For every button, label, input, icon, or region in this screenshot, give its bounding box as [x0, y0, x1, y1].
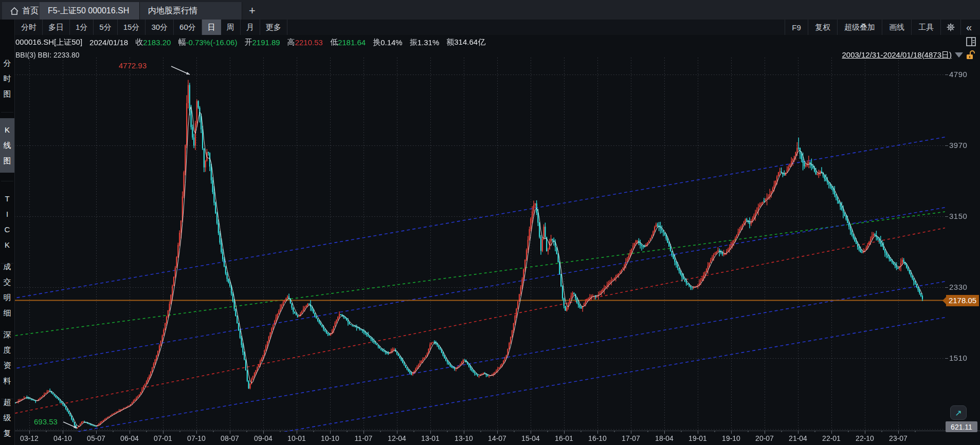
x-axis-label: 19-10 [719, 434, 743, 442]
x-axis-label: 09-04 [251, 434, 275, 442]
layout-panel-icon[interactable] [966, 37, 976, 48]
sidebar-item-成交明细[interactable]: 成 交 明 细 [0, 259, 14, 321]
quote-field-振: 振1.31% [410, 38, 440, 47]
field-label: 换 [373, 38, 380, 47]
tool-工具[interactable]: 工具 [911, 20, 940, 35]
tab-stock[interactable]: F5-上证50 000016.SH [40, 2, 140, 20]
sidebar-item-深度资料[interactable]: 深 度 资 料 [0, 327, 14, 388]
x-axis-label: 10-01 [285, 434, 308, 442]
peak-price-label: 4772.93 [119, 61, 147, 70]
field-value: 0.14% [380, 38, 403, 47]
x-axis-label: 20-07 [753, 434, 776, 442]
sidebar-item-TICK[interactable]: T I C K [0, 191, 14, 253]
x-axis-label: 13-01 [419, 434, 442, 442]
tool-F9[interactable]: F9 [785, 20, 808, 35]
quote-field-高: 高2210.53 [287, 38, 323, 47]
symbol-name: 000016.SH[上证50] [15, 38, 82, 47]
trading-terminal: 首页 F5-上证50 000016.SH 内地股票行情 + 分时多日1分5分15… [0, 0, 980, 445]
period-更多[interactable]: 更多 [260, 20, 287, 35]
sidebar-separator [1, 112, 13, 113]
bbi-indicator-label[interactable]: BBI(3) BBI: 2233.80 [15, 51, 80, 59]
x-axis-label: 10-10 [318, 434, 342, 442]
tool-超级叠加[interactable]: 超级叠加 [837, 20, 882, 35]
kline-chart-canvas[interactable] [0, 0, 980, 445]
tab-home-label: 首页 [22, 6, 39, 16]
sidebar-item-超级复盘[interactable]: 超 级 复 盘 [0, 395, 14, 445]
tool-复权[interactable]: 复权 [808, 20, 837, 35]
x-axis-label: 13-10 [452, 434, 476, 442]
field-value: 2183.20 [143, 38, 171, 47]
period-5分[interactable]: 5分 [94, 20, 117, 35]
period-30分[interactable]: 30分 [146, 20, 174, 35]
sidebar-item-K线图[interactable]: K 线 图 [0, 118, 14, 173]
tab-market-label: 内地股票行情 [148, 6, 197, 16]
tab-stock-label: F5-上证50 000016.SH [48, 6, 129, 16]
x-axis-label: 22-01 [820, 434, 843, 442]
field-value: 2181.64 [338, 38, 366, 47]
date-range-text[interactable]: 2003/12/31-2024/01/18(4873日) [842, 50, 952, 60]
x-axis-label: 23-07 [886, 434, 910, 442]
period-1分[interactable]: 1分 [70, 20, 94, 35]
period-toolbar: 分时多日1分5分15分30分60分日周月更多 F9复权超级叠加画线工具« [0, 20, 980, 35]
x-axis-label: 05-07 [84, 434, 108, 442]
x-axis-label: 03-12 [17, 434, 41, 442]
collapse-icon[interactable]: « [960, 20, 977, 35]
x-axis-label: 15-04 [519, 434, 542, 442]
new-tab-button[interactable]: + [242, 2, 263, 20]
gear-icon[interactable] [940, 20, 960, 35]
quote-info-bar: 000016.SH[上证50] 2024/01/18 收2183.20幅-0.7… [15, 35, 485, 49]
window-tab-bar: 首页 F5-上证50 000016.SH 内地股票行情 + [0, 0, 980, 20]
sidebar-item-分时图[interactable]: 分 时 图 [0, 55, 14, 102]
period-60分[interactable]: 60分 [174, 20, 202, 35]
period-15分[interactable]: 15分 [118, 20, 146, 35]
current-price-badge: 2178.05 [946, 295, 979, 306]
y-axis-label: 4790 [949, 70, 967, 79]
period-月[interactable]: 月 [241, 20, 260, 35]
quote-field-开: 开2191.89 [244, 38, 280, 47]
period-多日[interactable]: 多日 [43, 20, 70, 35]
tool-画线[interactable]: 画线 [882, 20, 911, 35]
unlock-icon[interactable] [966, 50, 975, 60]
x-axis-label: 21-04 [786, 434, 810, 442]
sidebar-separator [1, 181, 13, 181]
x-axis-label: 16-10 [586, 434, 609, 442]
quote-field-收: 收2183.20 [135, 38, 171, 47]
field-label: 低 [330, 38, 338, 47]
chevron-down-icon[interactable] [955, 52, 963, 58]
left-sidebar: 分 时 图K 线 图T I C K成 交 明 细深 度 资 料超 级 复 盘 [0, 20, 15, 445]
field-label: 收 [135, 38, 143, 47]
period-tabs: 分时多日1分5分15分30分60分日周月更多 [15, 20, 287, 35]
right-tools: F9复权超级叠加画线工具« [785, 20, 977, 35]
date-range-selector[interactable]: 2003/12/31-2024/01/18(4873日) [842, 49, 975, 61]
tab-market[interactable]: 内地股票行情 [140, 2, 242, 20]
quote-field-低: 低2181.64 [330, 38, 366, 47]
x-axis-label: 08-07 [218, 434, 242, 442]
x-axis-label: 12-04 [385, 434, 409, 442]
field-label: 开 [244, 38, 252, 47]
home-icon [10, 7, 19, 15]
quote-field-额: 额314.64亿 [446, 38, 485, 47]
field-value: 2210.53 [295, 38, 323, 47]
field-label: 高 [287, 38, 295, 47]
field-label: 幅 [178, 38, 186, 47]
y-axis-label: 3970 [949, 141, 967, 150]
trend-jump-icon[interactable]: ↗ [950, 405, 967, 420]
period-日[interactable]: 日 [202, 20, 221, 35]
x-axis-label: 04-10 [51, 434, 75, 442]
period-周[interactable]: 周 [221, 20, 241, 35]
quote-field-换: 换0.14% [373, 38, 403, 47]
field-label: 振 [410, 38, 418, 47]
x-axis-label: 16-01 [552, 434, 576, 442]
y-axis-label: 2330 [949, 283, 967, 291]
field-label: 额 [446, 38, 454, 47]
x-axis-label: 14-07 [485, 434, 509, 442]
x-axis-label: 22-10 [853, 434, 877, 442]
field-value: -0.73%(-16.06) [186, 38, 237, 47]
x-axis-label: 17-07 [619, 434, 643, 442]
field-value: 1.31% [418, 38, 440, 47]
period-分时[interactable]: 分时 [15, 20, 43, 35]
quote-date: 2024/01/18 [89, 38, 128, 47]
x-axis-label: 18-04 [652, 434, 676, 442]
x-axis-label: 11-07 [352, 434, 375, 442]
plus-icon: + [249, 4, 256, 17]
